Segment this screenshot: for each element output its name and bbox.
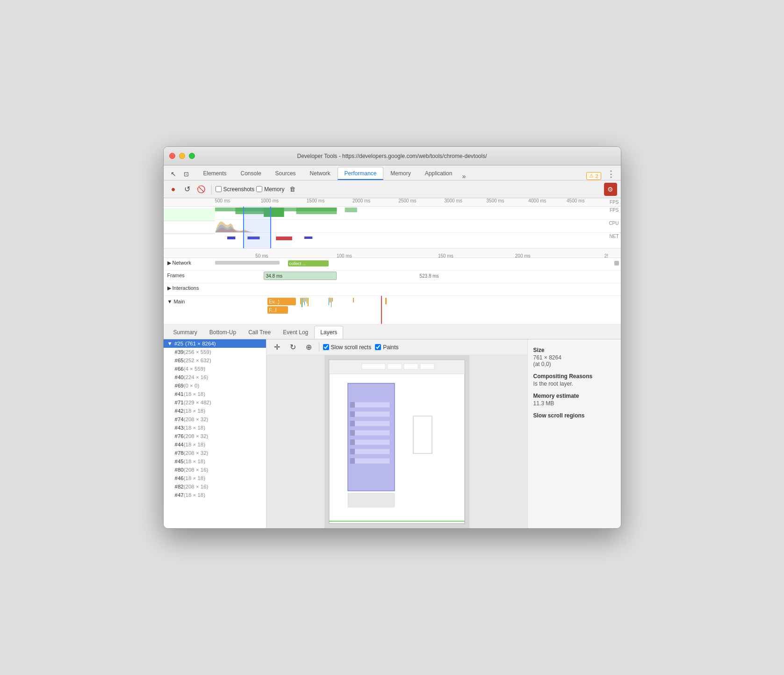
frames-content: 34.8 ms 523.8 ms — [215, 271, 621, 283]
maximize-button[interactable] — [189, 153, 195, 159]
bottom-tabs: Summary Bottom-Up Call Tree Event Log La… — [164, 324, 621, 339]
frame-item-1[interactable]: 34.8 ms — [264, 272, 337, 280]
ruler-tick-3000: 3000 ms — [444, 198, 462, 203]
warning-badge[interactable]: ⚠ 2 — [586, 172, 601, 180]
network-collect-item: collect ... — [288, 260, 329, 266]
layer-item-46[interactable]: #46(18 × 18) — [164, 474, 266, 482]
tab-application[interactable]: Application — [418, 167, 460, 180]
overview-panel[interactable]: FPS CPU — [164, 207, 621, 249]
delete-btn[interactable]: 🗑 — [287, 183, 299, 195]
memory-checkbox-label[interactable]: Memory — [256, 186, 284, 193]
layer-item-69[interactable]: #69(0 × 0) — [164, 381, 266, 390]
ruler-tick-3500: 3500 ms — [486, 198, 504, 203]
main-content: Ev...) F...I — [215, 296, 621, 324]
screenshots-checkbox[interactable] — [216, 186, 222, 192]
network-scrollbar[interactable] — [614, 261, 619, 266]
tab-elements[interactable]: Elements — [196, 167, 234, 180]
layers-tree[interactable]: ▼ #25(761 × 8264) #39(256 × 559) #65(252… — [164, 339, 266, 528]
svg-rect-18 — [350, 421, 390, 426]
tab-memory[interactable]: Memory — [383, 167, 417, 180]
paints-label[interactable]: Paints — [375, 344, 398, 351]
network-label-text: ▶ Network — [167, 260, 191, 266]
svg-rect-30 — [348, 493, 395, 507]
layer-item-41[interactable]: #41(18 × 18) — [164, 390, 266, 398]
tab-call-tree[interactable]: Call Tree — [242, 326, 277, 339]
tab-summary[interactable]: Summary — [167, 326, 203, 339]
tree-arrow-root: ▼ — [167, 341, 173, 346]
layer-item-43[interactable]: #43(18 × 18) — [164, 424, 266, 432]
info-slow-scroll-row: Slow scroll regions — [533, 412, 615, 419]
svg-rect-7 — [276, 237, 292, 240]
minimize-button[interactable] — [179, 153, 185, 159]
paints-checkbox[interactable] — [375, 344, 381, 350]
svg-rect-12 — [388, 364, 402, 369]
network-label[interactable]: ▶ Network — [164, 258, 215, 268]
interactions-label[interactable]: ▶ Interactions — [164, 283, 215, 293]
info-size-row: Size 761 × 8264 (at 0,0) — [533, 347, 615, 367]
device-toggle-btn[interactable]: ⊡ — [180, 168, 193, 180]
main-label[interactable]: ▼ Main — [164, 296, 215, 306]
rotate-tool-btn[interactable]: ↻ — [287, 341, 299, 353]
pan2-tool-btn[interactable]: ⊕ — [303, 341, 315, 353]
detail-ruler: 50 ms 100 ms 150 ms 200 ms 2! — [164, 249, 621, 258]
clear-btn[interactable]: 🚫 — [195, 183, 208, 195]
warning-count: 2 — [595, 173, 598, 179]
ruler-tick-1500: 1500 ms — [307, 198, 324, 203]
detail-tick-end: 2! — [604, 253, 608, 259]
layer-item-71[interactable]: #71(229 × 482) — [164, 398, 266, 407]
svg-rect-16 — [350, 402, 390, 408]
layer-item-82[interactable]: #82(208 × 16) — [164, 482, 266, 491]
ruler-tick-4000: 4000 ms — [528, 198, 546, 203]
cursor-tool-btn[interactable]: ↖ — [167, 168, 180, 180]
layer-item-root[interactable]: ▼ #25(761 × 8264) — [164, 339, 266, 348]
main-fi-item[interactable]: F...I — [267, 306, 288, 314]
layers-viewport: ✛ ↻ ⊕ Slow scroll rects Paints — [266, 339, 527, 528]
layer-item-74[interactable]: #74(208 × 32) — [164, 415, 266, 424]
settings-btn[interactable]: ⚙ — [604, 183, 617, 196]
screenshots-label: Screenshots — [223, 186, 255, 193]
slow-scroll-label[interactable]: Slow scroll rects — [323, 344, 372, 351]
layer-item-45[interactable]: #45(18 × 18) — [164, 457, 266, 466]
tab-performance[interactable]: Performance — [338, 167, 384, 180]
layer-item-80[interactable]: #80(208 × 16) — [164, 466, 266, 474]
memory-est-value: 11.3 MB — [533, 400, 615, 407]
svg-rect-17 — [350, 411, 390, 417]
detail-tick-50: 50 ms — [255, 253, 268, 259]
tab-console[interactable]: Console — [234, 167, 268, 180]
memory-checkbox[interactable] — [256, 186, 262, 192]
main-ev-item[interactable]: Ev...) — [267, 298, 296, 305]
tab-event-log[interactable]: Event Log — [277, 326, 314, 339]
layer-item-78[interactable]: #78(208 × 32) — [164, 449, 266, 457]
close-button[interactable] — [169, 153, 175, 159]
screenshots-checkbox-label[interactable]: Screenshots — [216, 186, 255, 193]
svg-rect-6 — [247, 237, 259, 239]
more-tabs-button[interactable]: » — [459, 172, 468, 180]
ruler-tick-4500: 4500 ms — [567, 198, 584, 203]
layers-canvas[interactable] — [266, 355, 527, 528]
main-red-line — [381, 296, 382, 324]
slow-scroll-checkbox[interactable] — [323, 344, 329, 350]
overview-ruler: 500 ms 1000 ms 1500 ms 2000 ms 2500 ms 3… — [164, 198, 621, 207]
layer-item-65[interactable]: #65(252 × 632) — [164, 356, 266, 365]
tab-network[interactable]: Network — [303, 167, 338, 180]
tab-sources[interactable]: Sources — [268, 167, 303, 180]
pan-tool-btn[interactable]: ✛ — [271, 341, 283, 353]
layer-item-40[interactable]: #40(224 × 16) — [164, 373, 266, 381]
layers-container: ▼ #25(761 × 8264) #39(256 × 559) #65(252… — [164, 339, 621, 528]
tab-layers[interactable]: Layers — [314, 326, 343, 339]
layer-item-76[interactable]: #76(208 × 32) — [164, 432, 266, 440]
tab-bottom-up[interactable]: Bottom-Up — [203, 326, 242, 339]
main-small-bars3 — [353, 298, 354, 302]
layer-item-66[interactable]: #66(4 × 559) — [164, 365, 266, 373]
layer-item-42[interactable]: #42(18 × 18) — [164, 407, 266, 415]
reload-btn[interactable]: ↺ — [181, 183, 194, 195]
layer-item-44[interactable]: #44(18 × 18) — [164, 440, 266, 449]
traffic-lights — [169, 153, 195, 159]
layer-item-39[interactable]: #39(256 × 559) — [164, 348, 266, 356]
svg-rect-25 — [350, 421, 355, 426]
layer-item-47[interactable]: #47(18 × 18) — [164, 491, 266, 499]
more-options-btn[interactable]: ⋮ — [605, 168, 617, 180]
fps-label: FPS — [610, 200, 619, 205]
record-btn[interactable]: ● — [167, 183, 180, 195]
title-bar: Developer Tools - https://developers.goo… — [164, 147, 621, 165]
